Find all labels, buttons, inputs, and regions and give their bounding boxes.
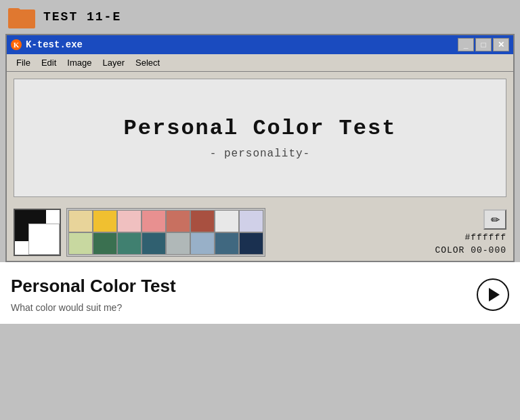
palette-cell[interactable] — [68, 210, 93, 232]
background-color — [28, 224, 60, 255]
palette-cell[interactable] — [93, 210, 117, 232]
canvas-content: Personal Color Test - personality- — [14, 79, 506, 197]
hex-value: #ffffff — [464, 232, 506, 243]
color-palette — [66, 208, 265, 257]
canvas-area: Personal Color Test - personality- — [7, 72, 513, 204]
maximize-button[interactable]: □ — [475, 38, 492, 51]
bottom-section: Personal Color Test What color would sui… — [0, 262, 520, 324]
app-icon: K — [11, 39, 22, 50]
minimize-button[interactable]: _ — [458, 38, 474, 51]
window: K K-test.exe _ □ ✕ File Edit Image Layer… — [5, 34, 515, 262]
canvas-title: Personal Color Test — [124, 116, 397, 141]
canvas-subtitle: - personality- — [210, 148, 310, 160]
menu-select[interactable]: Select — [131, 56, 164, 69]
palette-cell[interactable] — [239, 232, 263, 255]
palette-cell[interactable] — [166, 210, 190, 232]
palette-cell[interactable] — [190, 232, 215, 255]
bottom-title: Personal Color Test — [11, 276, 477, 297]
bottom-subtitle: What color would suit me? — [11, 302, 477, 313]
color-code: COLOR 00-000 — [435, 245, 506, 255]
play-icon — [489, 288, 500, 301]
palette-cell[interactable] — [93, 232, 117, 255]
palette-cell[interactable] — [142, 210, 166, 232]
menu-layer[interactable]: Layer — [99, 56, 129, 69]
eyedropper-area: ✏ #ffffff COLOR 00-000 — [435, 209, 506, 255]
palette-cell[interactable] — [142, 232, 166, 255]
menu-image[interactable]: Image — [63, 56, 95, 69]
titlebar-left: K K-test.exe — [11, 39, 83, 50]
menu-edit[interactable]: Edit — [37, 56, 60, 69]
palette-cell[interactable] — [215, 210, 239, 232]
palette-row-2 — [68, 232, 263, 255]
bottom-text: Personal Color Test What color would sui… — [11, 276, 477, 313]
play-button[interactable] — [477, 278, 509, 311]
palette-cell[interactable] — [166, 232, 190, 255]
palette-cell[interactable] — [117, 232, 142, 255]
palette-cell[interactable] — [68, 232, 93, 255]
toolbar-area: ✏ #ffffff COLOR 00-000 — [7, 204, 513, 261]
eyedropper-button[interactable]: ✏ — [483, 209, 506, 230]
window-title: K-test.exe — [26, 39, 83, 50]
close-button[interactable]: ✕ — [493, 38, 509, 51]
menu-file[interactable]: File — [12, 56, 35, 69]
menu-bar: File Edit Image Layer Select — [7, 54, 513, 72]
palette-cell[interactable] — [117, 210, 142, 232]
palette-cell[interactable] — [190, 210, 215, 232]
top-bar: TEST 11-E — [0, 0, 520, 34]
folder-icon — [8, 5, 35, 28]
window-titlebar: K K-test.exe _ □ ✕ — [7, 35, 513, 54]
eyedropper-icon: ✏ — [491, 213, 500, 226]
top-title: TEST 11-E — [43, 10, 121, 24]
titlebar-buttons: _ □ ✕ — [458, 38, 509, 51]
palette-cell[interactable] — [239, 210, 263, 232]
palette-row-1 — [68, 210, 263, 232]
palette-cell[interactable] — [215, 232, 239, 255]
color-preview-box[interactable] — [14, 209, 61, 256]
